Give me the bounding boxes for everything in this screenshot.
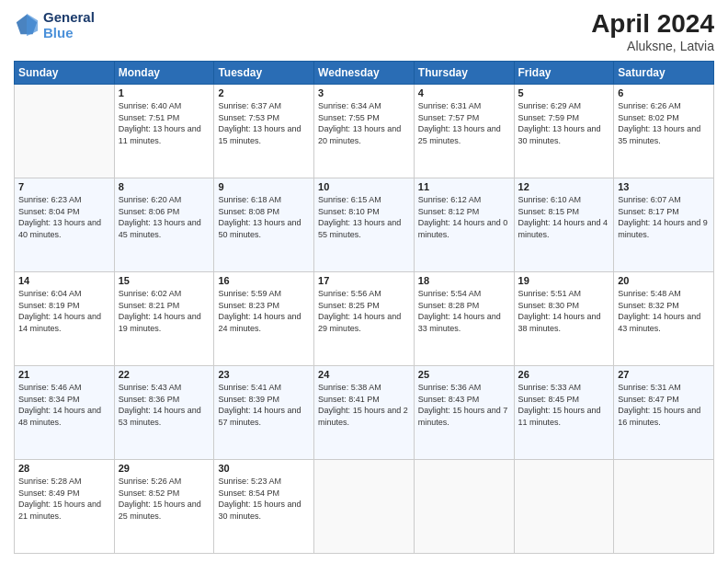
day-number: 27 — [618, 369, 710, 380]
day-info: Sunrise: 6:07 AMSunset: 8:17 PMDaylight:… — [618, 194, 710, 240]
calendar-header-row: Sunday Monday Tuesday Wednesday Thursday… — [15, 62, 714, 85]
day-number: 6 — [618, 87, 710, 98]
day-info: Sunrise: 6:26 AMSunset: 8:02 PMDaylight:… — [618, 100, 710, 146]
day-info: Sunrise: 5:59 AMSunset: 8:23 PMDaylight:… — [218, 288, 310, 334]
col-wednesday: Wednesday — [314, 62, 415, 85]
calendar-table: Sunday Monday Tuesday Wednesday Thursday… — [14, 61, 714, 554]
day-cell-0-0 — [15, 85, 115, 178]
day-cell-1-4: 11Sunrise: 6:12 AMSunset: 8:12 PMDayligh… — [414, 178, 514, 272]
day-info: Sunrise: 5:31 AMSunset: 8:47 PMDaylight:… — [618, 382, 710, 428]
day-number: 11 — [418, 181, 510, 192]
day-cell-0-4: 4Sunrise: 6:31 AMSunset: 7:57 PMDaylight… — [414, 85, 514, 178]
day-number: 7 — [18, 181, 110, 192]
title-block: April 2024 Aluksne, Latvia — [591, 9, 714, 53]
week-row-4: 21Sunrise: 5:46 AMSunset: 8:34 PMDayligh… — [15, 366, 714, 460]
day-info: Sunrise: 5:23 AMSunset: 8:54 PMDaylight:… — [218, 476, 310, 522]
day-cell-2-1: 15Sunrise: 6:02 AMSunset: 8:21 PMDayligh… — [114, 272, 214, 366]
day-number: 13 — [618, 181, 710, 192]
day-cell-3-2: 23Sunrise: 5:41 AMSunset: 8:39 PMDayligh… — [214, 366, 314, 460]
day-cell-1-3: 10Sunrise: 6:15 AMSunset: 8:10 PMDayligh… — [314, 178, 415, 272]
day-cell-3-4: 25Sunrise: 5:36 AMSunset: 8:43 PMDayligh… — [414, 366, 514, 460]
day-cell-2-2: 16Sunrise: 5:59 AMSunset: 8:23 PMDayligh… — [214, 272, 314, 366]
day-info: Sunrise: 5:36 AMSunset: 8:43 PMDaylight:… — [418, 382, 510, 428]
day-info: Sunrise: 5:33 AMSunset: 8:45 PMDaylight:… — [518, 382, 610, 428]
day-info: Sunrise: 6:18 AMSunset: 8:08 PMDaylight:… — [218, 194, 310, 240]
day-cell-0-6: 6Sunrise: 6:26 AMSunset: 8:02 PMDaylight… — [614, 85, 714, 178]
day-cell-4-3 — [314, 460, 415, 554]
day-number: 29 — [119, 463, 210, 474]
day-number: 16 — [218, 275, 310, 286]
day-number: 12 — [518, 181, 610, 192]
day-cell-0-2: 2Sunrise: 6:37 AMSunset: 7:53 PMDaylight… — [214, 85, 314, 178]
day-info: Sunrise: 6:02 AMSunset: 8:21 PMDaylight:… — [119, 288, 210, 334]
day-number: 24 — [318, 369, 410, 380]
day-cell-4-5 — [514, 460, 614, 554]
col-tuesday: Tuesday — [214, 62, 314, 85]
day-cell-2-5: 19Sunrise: 5:51 AMSunset: 8:30 PMDayligh… — [514, 272, 614, 366]
day-info: Sunrise: 5:38 AMSunset: 8:41 PMDaylight:… — [318, 382, 410, 428]
logo: General Blue — [14, 9, 95, 40]
day-info: Sunrise: 5:51 AMSunset: 8:30 PMDaylight:… — [518, 288, 610, 334]
day-info: Sunrise: 6:12 AMSunset: 8:12 PMDaylight:… — [418, 194, 510, 240]
day-cell-0-1: 1Sunrise: 6:40 AMSunset: 7:51 PMDaylight… — [114, 85, 214, 178]
day-number: 8 — [119, 181, 210, 192]
week-row-5: 28Sunrise: 5:28 AMSunset: 8:49 PMDayligh… — [15, 460, 714, 554]
day-info: Sunrise: 6:40 AMSunset: 7:51 PMDaylight:… — [119, 100, 210, 146]
day-info: Sunrise: 5:43 AMSunset: 8:36 PMDaylight:… — [119, 382, 210, 428]
day-info: Sunrise: 6:23 AMSunset: 8:04 PMDaylight:… — [18, 194, 110, 240]
week-row-1: 1Sunrise: 6:40 AMSunset: 7:51 PMDaylight… — [15, 85, 714, 178]
day-cell-3-6: 27Sunrise: 5:31 AMSunset: 8:47 PMDayligh… — [614, 366, 714, 460]
col-friday: Friday — [514, 62, 614, 85]
day-cell-4-0: 28Sunrise: 5:28 AMSunset: 8:49 PMDayligh… — [15, 460, 115, 554]
col-monday: Monday — [114, 62, 214, 85]
day-cell-4-1: 29Sunrise: 5:26 AMSunset: 8:52 PMDayligh… — [114, 460, 214, 554]
day-info: Sunrise: 6:15 AMSunset: 8:10 PMDaylight:… — [318, 194, 410, 240]
day-cell-3-1: 22Sunrise: 5:43 AMSunset: 8:36 PMDayligh… — [114, 366, 214, 460]
day-number: 30 — [218, 463, 310, 474]
day-cell-1-5: 12Sunrise: 6:10 AMSunset: 8:15 PMDayligh… — [514, 178, 614, 272]
location: Aluksne, Latvia — [591, 39, 714, 53]
day-info: Sunrise: 6:10 AMSunset: 8:15 PMDaylight:… — [518, 194, 610, 240]
day-cell-4-4 — [414, 460, 514, 554]
day-number: 9 — [218, 181, 310, 192]
day-number: 2 — [218, 87, 310, 98]
day-cell-2-0: 14Sunrise: 6:04 AMSunset: 8:19 PMDayligh… — [15, 272, 115, 366]
day-number: 4 — [418, 87, 510, 98]
svg-marker-1 — [27, 14, 38, 36]
day-number: 25 — [418, 369, 510, 380]
day-number: 23 — [218, 369, 310, 380]
day-info: Sunrise: 5:26 AMSunset: 8:52 PMDaylight:… — [119, 476, 210, 522]
day-info: Sunrise: 5:41 AMSunset: 8:39 PMDaylight:… — [218, 382, 310, 428]
day-number: 1 — [119, 87, 210, 98]
day-cell-1-1: 8Sunrise: 6:20 AMSunset: 8:06 PMDaylight… — [114, 178, 214, 272]
week-row-3: 14Sunrise: 6:04 AMSunset: 8:19 PMDayligh… — [15, 272, 714, 366]
day-number: 14 — [18, 275, 110, 286]
month-year: April 2024 — [591, 9, 714, 39]
day-cell-2-4: 18Sunrise: 5:54 AMSunset: 8:28 PMDayligh… — [414, 272, 514, 366]
day-cell-1-0: 7Sunrise: 6:23 AMSunset: 8:04 PMDaylight… — [15, 178, 115, 272]
day-cell-4-6 — [614, 460, 714, 554]
day-cell-3-0: 21Sunrise: 5:46 AMSunset: 8:34 PMDayligh… — [15, 366, 115, 460]
day-number: 18 — [418, 275, 510, 286]
day-number: 21 — [18, 369, 110, 380]
logo-text: General Blue — [43, 9, 95, 40]
day-info: Sunrise: 6:37 AMSunset: 7:53 PMDaylight:… — [218, 100, 310, 146]
logo-icon — [14, 12, 40, 38]
day-number: 17 — [318, 275, 410, 286]
day-number: 19 — [518, 275, 610, 286]
col-sunday: Sunday — [15, 62, 115, 85]
day-info: Sunrise: 5:48 AMSunset: 8:32 PMDaylight:… — [618, 288, 710, 334]
day-cell-4-2: 30Sunrise: 5:23 AMSunset: 8:54 PMDayligh… — [214, 460, 314, 554]
day-number: 20 — [618, 275, 710, 286]
day-number: 15 — [119, 275, 210, 286]
header: General Blue April 2024 Aluksne, Latvia — [14, 9, 714, 53]
day-cell-0-5: 5Sunrise: 6:29 AMSunset: 7:59 PMDaylight… — [514, 85, 614, 178]
day-number: 28 — [18, 463, 110, 474]
day-info: Sunrise: 5:56 AMSunset: 8:25 PMDaylight:… — [318, 288, 410, 334]
day-info: Sunrise: 6:34 AMSunset: 7:55 PMDaylight:… — [318, 100, 410, 146]
day-cell-1-2: 9Sunrise: 6:18 AMSunset: 8:08 PMDaylight… — [214, 178, 314, 272]
col-thursday: Thursday — [414, 62, 514, 85]
page: General Blue April 2024 Aluksne, Latvia … — [0, 0, 728, 563]
day-info: Sunrise: 5:54 AMSunset: 8:28 PMDaylight:… — [418, 288, 510, 334]
day-cell-3-3: 24Sunrise: 5:38 AMSunset: 8:41 PMDayligh… — [314, 366, 415, 460]
